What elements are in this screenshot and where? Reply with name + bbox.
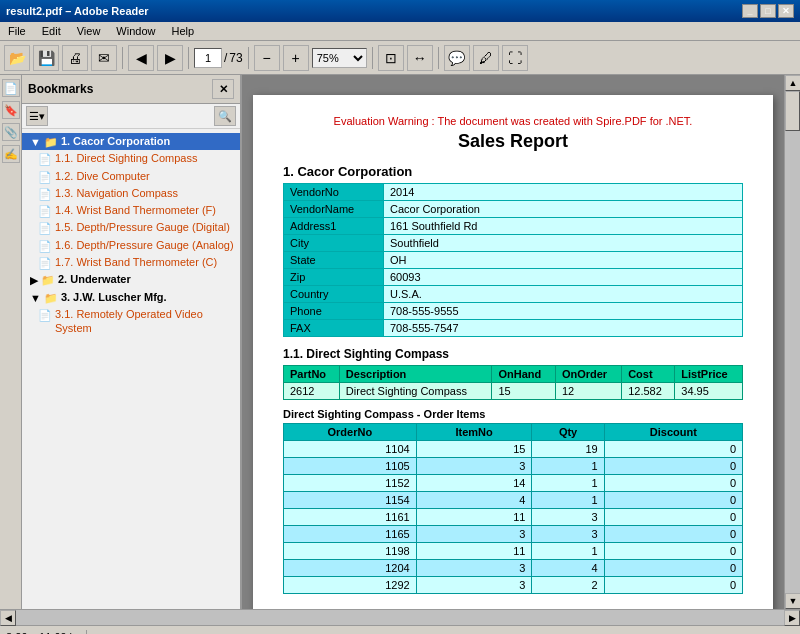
highlight-button[interactable]: 🖊 — [473, 45, 499, 71]
page-number-input[interactable]: 1 — [194, 48, 222, 68]
nav-icon-2[interactable]: 🔖 — [2, 101, 20, 119]
menu-help[interactable]: Help — [167, 24, 198, 38]
right-scrollbar[interactable]: ▲ ▼ — [784, 75, 800, 609]
doc-icon-1-4: 📄 — [38, 204, 52, 218]
scroll-right-button[interactable]: ▶ — [784, 610, 800, 626]
bookmark-item-1-2[interactable]: 📄 1.2. Dive Computer — [22, 168, 240, 185]
order-row: 110415190 — [284, 441, 743, 458]
scroll-up-button[interactable]: ▲ — [785, 75, 800, 91]
order-qty: 3 — [532, 509, 604, 526]
order-qty: 4 — [532, 560, 604, 577]
bookmark-item-3-1[interactable]: 📄 3.1. Remotely Operated Video System — [22, 306, 240, 337]
bookmark-item-1-6[interactable]: 📄 1.6. Depth/Pressure Gauge (Analog) — [22, 237, 240, 254]
vendor-row: StateOH — [284, 252, 743, 269]
vendor-value: Cacor Corporation — [384, 201, 743, 218]
order-qty: 2 — [532, 577, 604, 594]
bookmark-item-1-1[interactable]: 📄 1.1. Direct Sighting Compass — [22, 150, 240, 167]
bookmark-item-2[interactable]: ▶ 📁 2. Underwater — [22, 271, 240, 288]
bookmark-item-1-4[interactable]: 📄 1.4. Wrist Band Thermometer (F) — [22, 202, 240, 219]
order-qty: 1 — [532, 458, 604, 475]
scroll-left-button[interactable]: ◀ — [0, 610, 16, 626]
order-item: 3 — [416, 577, 532, 594]
scroll-thumb[interactable] — [785, 91, 800, 131]
parts-col-partno: PartNo — [284, 366, 340, 383]
comment-button[interactable]: 💬 — [444, 45, 470, 71]
bottom-scrollbar[interactable]: ◀ ▶ — [0, 609, 800, 625]
order-qty: 1 — [532, 543, 604, 560]
toolbar: 📂 💾 🖨 ✉ ◀ ▶ 1 / 73 − + 75% 100% 125% 150… — [0, 41, 800, 75]
print-button[interactable]: 🖨 — [62, 45, 88, 71]
parts-col-desc: Description — [339, 366, 492, 383]
bookmark-label-3: 3. J.W. Luscher Mfg. — [61, 290, 167, 304]
vendor-value: Southfield — [384, 235, 743, 252]
report-title: Sales Report — [283, 131, 743, 152]
bookmarks-close-button[interactable]: ✕ — [212, 79, 234, 99]
folder-icon-2: 📁 — [41, 273, 55, 287]
zoom-select[interactable]: 75% 100% 125% 150% — [312, 48, 367, 68]
scroll-horizontal-track[interactable] — [16, 610, 784, 625]
doc-icon-1-2: 📄 — [38, 170, 52, 184]
bookmarks-tree: ▼ 📁 1. Cacor Corporation 📄 1.1. Direct S… — [22, 129, 240, 609]
vendor-row: VendorNameCacor Corporation — [284, 201, 743, 218]
order-no: 1161 — [284, 509, 417, 526]
bookmark-item-3[interactable]: ▼ 📁 3. J.W. Luscher Mfg. — [22, 289, 240, 306]
menu-view[interactable]: View — [73, 24, 105, 38]
eval-warning: Evaluation Warning : The document was cr… — [283, 115, 743, 127]
bookmark-label-3-1: 3.1. Remotely Operated Video System — [55, 307, 236, 336]
bm-options-button[interactable]: ☰▾ — [26, 106, 48, 126]
fullscreen-button[interactable]: ⛶ — [502, 45, 528, 71]
bookmark-item-1-5[interactable]: 📄 1.5. Depth/Pressure Gauge (Digital) — [22, 219, 240, 236]
page-separator: / — [224, 51, 227, 65]
pdf-area[interactable]: Evaluation Warning : The document was cr… — [242, 75, 784, 609]
fit-page-button[interactable]: ⊡ — [378, 45, 404, 71]
bookmark-item-cacor[interactable]: ▼ 📁 1. Cacor Corporation — [22, 133, 240, 150]
order-no: 1292 — [284, 577, 417, 594]
menu-window[interactable]: Window — [112, 24, 159, 38]
order-discount: 0 — [604, 509, 742, 526]
order-item: 14 — [416, 475, 532, 492]
doc-icon-1-6: 📄 — [38, 239, 52, 253]
bookmark-label-1-1: 1.1. Direct Sighting Compass — [55, 151, 197, 165]
bookmarks-panel: Bookmarks ✕ ☰▾ 🔍 ▼ 📁 1. Cacor Corporatio… — [22, 75, 242, 609]
folder-icon-cacor: 📁 — [44, 135, 58, 149]
parts-col-cost: Cost — [622, 366, 675, 383]
fit-width-button[interactable]: ↔ — [407, 45, 433, 71]
prev-page-button[interactable]: ◀ — [128, 45, 154, 71]
scroll-down-button[interactable]: ▼ — [785, 593, 800, 609]
zoom-in-button[interactable]: + — [283, 45, 309, 71]
collapse-icon-3: ▼ — [30, 291, 41, 305]
window-title: result2.pdf – Adobe Reader — [6, 5, 149, 17]
open-button[interactable]: 📂 — [4, 45, 30, 71]
orders-table: OrderNo ItemNo Qty Discount 110415190110… — [283, 423, 743, 594]
vendor-row: CitySouthfield — [284, 235, 743, 252]
minimize-button[interactable]: _ — [742, 4, 758, 18]
scroll-track[interactable] — [785, 91, 800, 593]
nav-icon-4[interactable]: ✍ — [2, 145, 20, 163]
email-button[interactable]: ✉ — [91, 45, 117, 71]
vendor-value: 60093 — [384, 269, 743, 286]
menu-file[interactable]: File — [4, 24, 30, 38]
vendor-label: City — [284, 235, 384, 252]
order-qty: 3 — [532, 526, 604, 543]
next-page-button[interactable]: ▶ — [157, 45, 183, 71]
maximize-button[interactable]: □ — [760, 4, 776, 18]
collapse-icon-cacor: ▼ — [30, 135, 41, 149]
vendor-value: 708-555-9555 — [384, 303, 743, 320]
zoom-out-button[interactable]: − — [254, 45, 280, 71]
order-discount: 0 — [604, 492, 742, 509]
separator4 — [372, 47, 373, 69]
bm-search-button[interactable]: 🔍 — [214, 106, 236, 126]
order-no: 1105 — [284, 458, 417, 475]
window-controls[interactable]: _ □ ✕ — [742, 4, 794, 18]
vendor-row: Zip60093 — [284, 269, 743, 286]
order-row: 11521410 — [284, 475, 743, 492]
nav-icon-3[interactable]: 📎 — [2, 123, 20, 141]
menu-edit[interactable]: Edit — [38, 24, 65, 38]
order-item: 3 — [416, 560, 532, 577]
bookmark-item-1-3[interactable]: 📄 1.3. Navigation Compass — [22, 185, 240, 202]
vendor-row: CountryU.S.A. — [284, 286, 743, 303]
close-button[interactable]: ✕ — [778, 4, 794, 18]
save-button[interactable]: 💾 — [33, 45, 59, 71]
bookmark-item-1-7[interactable]: 📄 1.7. Wrist Band Thermometer (C) — [22, 254, 240, 271]
nav-icon-1[interactable]: 📄 — [2, 79, 20, 97]
